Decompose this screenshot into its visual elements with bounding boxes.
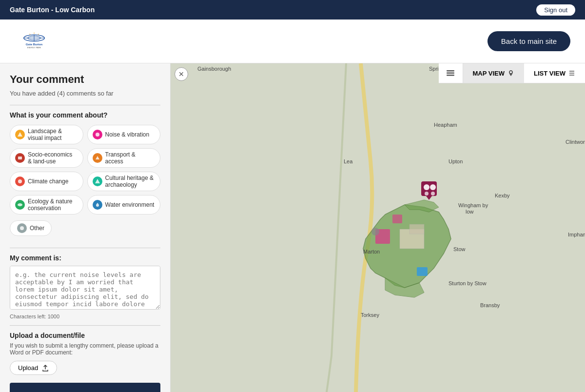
tag-icon-water — [93, 200, 102, 210]
svg-rect-18 — [447, 73, 454, 74]
layers-icon — [446, 68, 455, 78]
svg-text:Heapham: Heapham — [434, 122, 457, 128]
divider-2 — [10, 248, 160, 248]
svg-point-10 — [96, 133, 99, 137]
close-button[interactable]: ✕ — [175, 67, 188, 81]
svg-rect-30 — [417, 267, 428, 276]
svg-point-20 — [510, 71, 512, 73]
tag-icon-noise — [93, 130, 102, 139]
svg-point-36 — [430, 184, 436, 190]
svg-text:Gainsborough: Gainsborough — [197, 66, 231, 72]
tag-climate[interactable]: Climate change — [10, 172, 83, 191]
tag-icon-transport — [93, 153, 102, 163]
svg-text:Lea: Lea — [344, 158, 353, 164]
svg-point-16 — [20, 226, 24, 230]
svg-text:Wingham by: Wingham by — [458, 202, 488, 208]
comment-count-text: You have added (4) comments so far — [10, 90, 160, 97]
map-view-tab[interactable]: MAP VIEW — [463, 63, 525, 83]
sign-out-button[interactable]: Sign out — [536, 4, 575, 16]
divider-3 — [10, 325, 160, 326]
svg-text:Marton: Marton — [363, 249, 380, 255]
svg-text:Impham: Impham — [568, 232, 585, 237]
tag-icon-other — [17, 223, 27, 233]
svg-text:Kexby: Kexby — [495, 193, 510, 198]
tag-landscape[interactable]: Landscape & visual impact — [10, 125, 83, 144]
tag-icon-ecology — [15, 200, 25, 210]
svg-point-39 — [371, 228, 379, 235]
svg-rect-32 — [410, 224, 424, 234]
chars-left: Characters left: 1000 — [10, 314, 160, 319]
svg-marker-12 — [96, 156, 99, 159]
tag-cultural[interactable]: Cultural heritage & archaeology — [87, 172, 161, 191]
tag-icon-climate — [15, 176, 25, 186]
svg-point-15 — [18, 203, 22, 206]
tag-other[interactable]: Other — [10, 220, 52, 236]
svg-text:Stow: Stow — [453, 246, 466, 252]
tag-transport[interactable]: Transport & access — [87, 148, 161, 168]
map-pin-icon — [507, 70, 514, 77]
top-navigation-bar: Gate Burton - Low Carbon Sign out — [0, 0, 585, 20]
map-toolbar: MAP VIEW LIST VIEW — [439, 63, 585, 83]
logo-area: Gate Burton ENERGY PARK — [15, 32, 54, 50]
list-icon — [568, 70, 575, 77]
svg-marker-9 — [18, 132, 22, 137]
svg-text:Sturton by Stow: Sturton by Stow — [448, 280, 487, 286]
tag-socio[interactable]: Socio-economics & land-use — [10, 148, 83, 168]
tags-grid: Landscape & visual impact Noise & vibrat… — [10, 125, 160, 215]
svg-point-13 — [18, 179, 22, 183]
svg-text:ENERGY PARK: ENERGY PARK — [27, 46, 41, 49]
svg-text:Bransby: Bransby — [480, 302, 500, 308]
upload-button[interactable]: Upload — [10, 361, 57, 375]
tag-water[interactable]: Water environment — [87, 195, 161, 215]
back-to-main-button[interactable]: Back to main site — [488, 31, 570, 51]
tag-icon-landscape — [15, 130, 25, 139]
svg-point-35 — [424, 184, 429, 190]
svg-rect-11 — [18, 157, 22, 159]
main-content: Your comment You have added (4) comments… — [0, 63, 585, 392]
site-title: Gate Burton - Low Carbon — [10, 6, 95, 14]
svg-line-6 — [30, 34, 30, 35]
svg-text:low: low — [466, 209, 474, 215]
header: Gate Burton ENERGY PARK Back to main sit… — [0, 20, 585, 63]
svg-marker-14 — [95, 179, 100, 183]
divider-1 — [10, 105, 160, 105]
tag-noise[interactable]: Noise & vibration — [87, 125, 161, 144]
upload-desc: If you wish to submit a lengthy comment,… — [10, 342, 160, 356]
map-layers-button[interactable] — [439, 63, 463, 83]
svg-rect-17 — [447, 70, 454, 72]
upload-title: Upload a document/file — [10, 332, 160, 339]
sidebar: Your comment You have added (4) comments… — [0, 63, 171, 392]
svg-text:Clintworth: Clintworth — [566, 139, 585, 145]
svg-line-5 — [38, 34, 39, 35]
your-comment-title: Your comment — [10, 73, 160, 86]
svg-rect-29 — [392, 215, 402, 223]
map-svg: Gainsborough Springthorpe Heapham Upton … — [171, 63, 585, 392]
tag-icon-socio — [15, 153, 25, 163]
tag-ecology[interactable]: Ecology & nature conservation — [10, 195, 83, 215]
svg-text:Gate Burton: Gate Burton — [26, 43, 43, 46]
svg-point-37 — [425, 192, 429, 196]
svg-text:Upton: Upton — [448, 158, 463, 164]
add-comment-button[interactable]: Add my comment + — [10, 383, 160, 392]
upload-icon — [42, 365, 49, 372]
tag-icon-cultural — [93, 176, 102, 186]
logo-svg: Gate Burton ENERGY PARK — [15, 32, 54, 50]
svg-text:Torksey: Torksey — [361, 312, 379, 318]
what-about-label: What is your comment about? — [10, 111, 160, 119]
comment-textarea[interactable] — [10, 266, 160, 310]
map-area: ✕ MAP VIEW LIST VIEW — [171, 63, 585, 392]
svg-point-38 — [431, 192, 435, 196]
my-comment-label: My comment is: — [10, 254, 160, 262]
list-view-tab[interactable]: LIST VIEW — [524, 63, 585, 83]
svg-rect-19 — [447, 75, 454, 76]
